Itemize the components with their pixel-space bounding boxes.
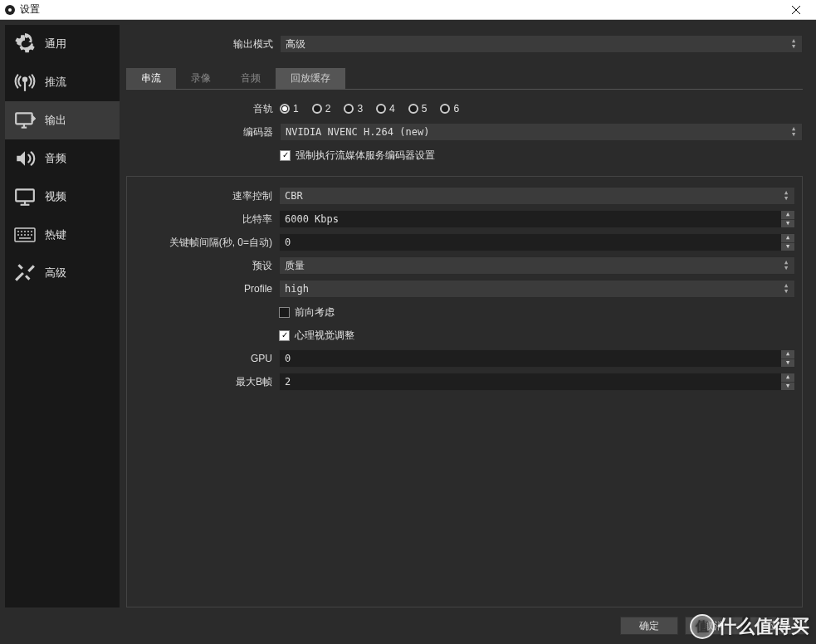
radio-icon [376, 104, 386, 114]
spinner-arrows-icon[interactable]: ▲▼ [781, 211, 794, 227]
watermark-badge: 值 [690, 614, 715, 639]
preset-value: 质量 [285, 259, 305, 273]
tab-replay-buffer[interactable]: 回放缓存 [276, 68, 345, 89]
preset-row: 预设 质量 ▲▼ [134, 255, 795, 276]
radio-icon [408, 104, 418, 114]
sidebar-item-output[interactable]: 输出 [5, 101, 120, 139]
encoder-row: 编码器 NVIDIA NVENC H.264 (new) ▲▼ [126, 121, 803, 143]
gpu-row: GPU 0 ▲▼ [134, 348, 795, 369]
updown-icon: ▲▼ [779, 188, 793, 204]
track-radio-4[interactable]: 4 [376, 103, 395, 115]
enforce-encoder-checkbox[interactable]: ✓ 强制执行流媒体服务编码器设置 [280, 149, 435, 163]
sidebar-item-label: 输出 [45, 113, 66, 128]
encoder-select[interactable]: NVIDIA NVENC H.264 (new) ▲▼ [280, 123, 803, 141]
speaker-icon [13, 147, 37, 170]
tab-audio[interactable]: 音频 [226, 68, 276, 89]
rate-control-select[interactable]: CBR ▲▼ [279, 187, 795, 205]
profile-value: high [285, 283, 309, 295]
sidebar-item-audio[interactable]: 音频 [5, 139, 120, 178]
checkbox-icon: ✓ [279, 330, 290, 341]
bframes-label: 最大B帧 [134, 375, 279, 389]
rate-control-row: 速率控制 CBR ▲▼ [134, 185, 795, 207]
svg-rect-6 [16, 113, 32, 124]
lookahead-label: 前向考虑 [295, 305, 335, 320]
radio-icon [312, 104, 322, 114]
gpu-input[interactable]: 0 ▲▼ [279, 349, 795, 368]
sidebar-item-stream[interactable]: 推流 [5, 63, 120, 101]
keyint-label: 关键帧间隔(秒, 0=自动) [134, 236, 279, 250]
sidebar-item-label: 高级 [45, 266, 66, 281]
spinner-arrows-icon[interactable]: ▲▼ [781, 350, 794, 367]
svg-point-4 [23, 78, 27, 81]
track-radio-label: 3 [357, 103, 363, 115]
tab-streaming[interactable]: 串流 [126, 68, 176, 89]
bitrate-value: 6000 Kbps [285, 213, 339, 225]
profile-row: Profile high ▲▼ [134, 278, 795, 300]
tab-recording[interactable]: 录像 [176, 68, 226, 89]
ok-button[interactable]: 确定 [620, 617, 678, 635]
track-radio-3[interactable]: 3 [344, 103, 363, 115]
bframes-row: 最大B帧 2 ▲▼ [134, 371, 795, 393]
monitor-arrow-icon [13, 109, 37, 132]
sidebar-item-label: 推流 [45, 75, 66, 90]
gpu-value: 0 [285, 353, 291, 364]
close-button[interactable] [779, 0, 813, 20]
tools-icon [13, 261, 37, 285]
sidebar-item-general[interactable]: 通用 [5, 25, 120, 63]
radio-icon [280, 104, 290, 114]
spinner-arrows-icon[interactable]: ▲▼ [781, 373, 794, 390]
encoder-settings-box: 速率控制 CBR ▲▼ 比特率 6000 Kbps ▲▼ 关键帧间隔(秒, 0=… [126, 176, 803, 607]
svg-rect-9 [16, 189, 34, 201]
watermark-text: 什么值得买 [718, 614, 809, 639]
track-radio-2[interactable]: 2 [312, 103, 331, 115]
sidebar-item-label: 热键 [45, 227, 66, 242]
bframes-input[interactable]: 2 ▲▼ [279, 373, 795, 391]
bitrate-row: 比特率 6000 Kbps ▲▼ [134, 208, 795, 230]
enforce-encoder-label: 强制执行流媒体服务编码器设置 [296, 149, 435, 163]
psycho-visual-checkbox[interactable]: ✓ 心理视觉调整 [279, 329, 354, 343]
sidebar: 通用 推流 输出 音频 视频 [5, 25, 120, 607]
bframes-value: 2 [285, 376, 291, 388]
radio-icon [440, 104, 450, 114]
enforce-row: ✓ 强制执行流媒体服务编码器设置 [126, 144, 803, 166]
sidebar-item-video[interactable]: 视频 [5, 178, 120, 216]
sidebar-item-hotkeys[interactable]: 热键 [5, 216, 120, 254]
updown-icon: ▲▼ [787, 36, 800, 52]
encoder-value: NVIDIA NVENC H.264 (new) [286, 126, 429, 138]
output-mode-row: 输出模式 高级 ▲▼ [126, 35, 803, 53]
profile-select[interactable]: high ▲▼ [279, 280, 795, 298]
keyint-input[interactable]: 0 ▲▼ [279, 233, 795, 251]
sidebar-item-label: 视频 [45, 189, 66, 204]
lookahead-checkbox[interactable]: 前向考虑 [279, 305, 335, 320]
psycho-row: ✓ 心理视觉调整 [134, 324, 795, 346]
output-mode-value: 高级 [286, 37, 305, 51]
output-tabs: 串流 录像 音频 回放缓存 [126, 68, 803, 90]
psycho-visual-label: 心理视觉调整 [295, 329, 354, 343]
track-radio-1[interactable]: 1 [280, 103, 299, 115]
lookahead-row: 前向考虑 [134, 301, 795, 323]
spinner-arrows-icon[interactable]: ▲▼ [781, 234, 794, 251]
monitor-icon [13, 185, 37, 208]
bitrate-label: 比特率 [134, 212, 279, 227]
checkbox-icon [279, 307, 290, 318]
preset-select[interactable]: 质量 ▲▼ [279, 256, 795, 275]
keyint-value: 0 [285, 237, 291, 248]
track-radio-5[interactable]: 5 [408, 103, 428, 115]
track-radio-6[interactable]: 6 [440, 103, 459, 115]
rate-control-label: 速率控制 [134, 189, 279, 203]
audio-track-label: 音轨 [126, 102, 280, 116]
updown-icon: ▲▼ [779, 257, 793, 274]
sidebar-item-advanced[interactable]: 高级 [5, 254, 120, 292]
output-mode-select[interactable]: 高级 ▲▼ [280, 35, 803, 53]
titlebar: 设置 [0, 0, 816, 20]
output-mode-label: 输出模式 [126, 37, 280, 51]
watermark: 值 什么值得买 [690, 614, 809, 639]
updown-icon: ▲▼ [779, 281, 793, 297]
audio-track-row: 音轨 1 2 3 4 5 6 [126, 98, 803, 120]
svg-point-1 [8, 8, 12, 12]
sidebar-item-label: 音频 [45, 151, 66, 166]
sidebar-item-label: 通用 [45, 37, 66, 51]
bitrate-input[interactable]: 6000 Kbps ▲▼ [279, 210, 795, 228]
profile-label: Profile [134, 283, 279, 295]
main-panel: 输出模式 高级 ▲▼ 串流 录像 音频 回放缓存 音轨 1 2 3 4 5 6 [126, 25, 811, 607]
